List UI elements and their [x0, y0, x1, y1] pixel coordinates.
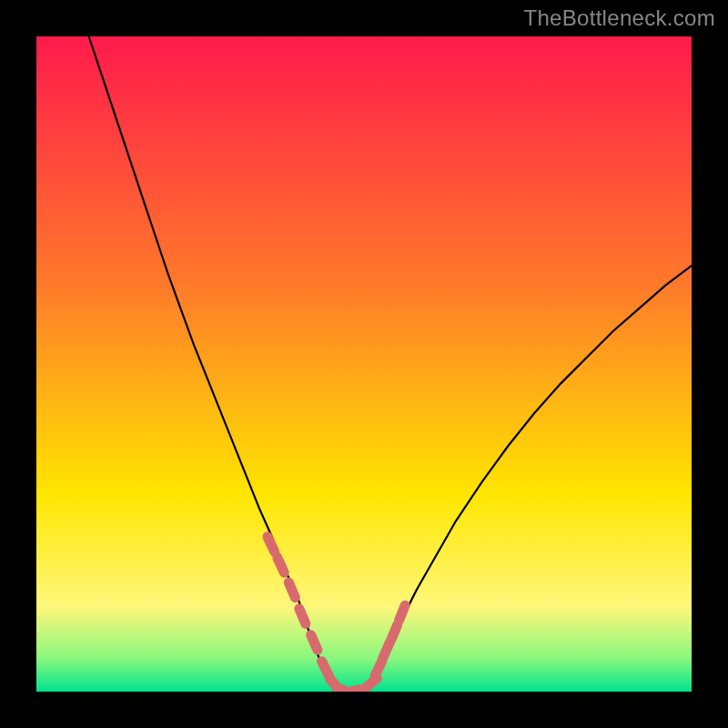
chart-frame: TheBottleneck.com	[0, 0, 728, 728]
gradient-background	[36, 36, 692, 692]
curve-marker	[268, 537, 275, 551]
curve-marker	[322, 662, 329, 676]
curve-marker	[299, 609, 306, 624]
curve-marker	[343, 690, 359, 692]
bottleneck-chart	[36, 36, 692, 692]
curve-marker	[375, 662, 382, 676]
curve-marker	[288, 582, 295, 598]
curve-marker	[391, 625, 398, 641]
curve-marker	[311, 635, 318, 651]
watermark-text: TheBottleneck.com	[523, 5, 715, 31]
curve-marker	[399, 605, 405, 621]
curve-marker	[278, 558, 284, 572]
curve-marker	[383, 642, 389, 658]
